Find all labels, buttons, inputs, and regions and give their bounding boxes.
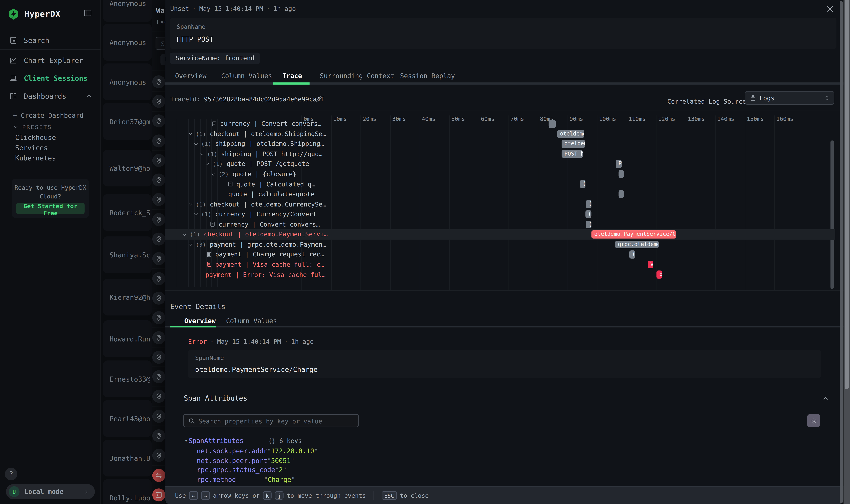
session-list-item[interactable]: Walton9@ho bbox=[103, 150, 152, 186]
app-logo[interactable]: HyperDX bbox=[8, 7, 94, 21]
attributes-root-node[interactable]: ▾ SpanAttributes {} 6 keys bbox=[185, 437, 302, 445]
attributes-search-input[interactable]: Search properties by key or value bbox=[183, 414, 359, 427]
tab-session-replay[interactable]: Session Replay bbox=[400, 72, 455, 80]
span-duration-bar[interactable]: ( bbox=[586, 220, 591, 228]
minimap-pin-button[interactable] bbox=[152, 174, 165, 186]
session-list-item[interactable]: Ernesto33@ bbox=[103, 360, 152, 397]
attribute-row[interactable]: rpc.grpc.status_code"2" bbox=[197, 466, 287, 474]
create-dashboard-button[interactable]: + Create Dashboard bbox=[13, 112, 84, 119]
trace-span-row[interactable]: currency | Convert convers… bbox=[165, 219, 835, 229]
minimap-pin-button[interactable] bbox=[152, 370, 165, 383]
sidebar-item-client-sessions[interactable]: Client Sessions bbox=[0, 72, 101, 84]
session-search-input[interactable]: Sea bbox=[156, 37, 165, 50]
minimap-pin-button[interactable] bbox=[152, 213, 165, 226]
span-duration-bar[interactable]: ( bbox=[580, 180, 585, 188]
trace-span-row[interactable]: quote | calculate-quote bbox=[165, 189, 835, 199]
attributes-settings-button[interactable] bbox=[807, 414, 820, 427]
tab-column-values[interactable]: Column Values bbox=[226, 317, 277, 325]
span-duration-bar[interactable]: oteldemo. bbox=[557, 130, 584, 138]
span-duration-bar[interactable]: P bbox=[616, 160, 622, 168]
edit-icon[interactable] bbox=[315, 95, 323, 102]
minimap-pin-button[interactable] bbox=[152, 390, 165, 403]
session-list-item[interactable]: Deion37@gm bbox=[103, 103, 152, 140]
minimap-pin-button[interactable] bbox=[152, 449, 165, 462]
span-duration-bar[interactable]: POST h bbox=[562, 150, 583, 158]
minimap-pin-button[interactable] bbox=[152, 410, 165, 423]
get-started-button[interactable]: Get Started for Free bbox=[16, 203, 85, 214]
span-duration-bar[interactable]: oteldemo.PaymentService/Char bbox=[592, 230, 676, 238]
minimap-pin-button[interactable] bbox=[152, 134, 165, 147]
trace-span-row[interactable]: (3)payment | grpc.oteldemo.Paymen… bbox=[165, 239, 835, 250]
span-duration-bar[interactable]: V bbox=[648, 260, 653, 268]
span-duration-bar[interactable] bbox=[618, 190, 623, 198]
tab-overview[interactable]: Overview bbox=[184, 317, 216, 325]
attribute-row[interactable]: net.sock.peer.port"50051" bbox=[197, 457, 294, 464]
span-duration-bar[interactable]: oteldemo bbox=[562, 140, 585, 148]
minimap-terminal-button[interactable] bbox=[152, 488, 165, 501]
span-duration-bar[interactable]: E bbox=[656, 271, 662, 278]
minimap-pin-button[interactable] bbox=[152, 114, 165, 128]
span-duration-bar[interactable] bbox=[618, 170, 623, 178]
trace-span-row[interactable]: (2)quote | {closure} bbox=[165, 169, 835, 179]
span-duration-bar[interactable]: ( bbox=[585, 210, 591, 218]
collapse-section-icon[interactable] bbox=[822, 395, 829, 402]
sidebar-item-search[interactable]: Search bbox=[0, 34, 101, 46]
span-duration-bar[interactable]: ( bbox=[586, 200, 591, 208]
sidebar-item-chart-explorer[interactable]: Chart Explorer bbox=[0, 54, 101, 66]
session-list-item[interactable]: Shaniya.Sc bbox=[103, 236, 152, 273]
session-list-item[interactable]: Dolly.Lubo bbox=[103, 479, 152, 504]
modal-scrollbar[interactable] bbox=[840, 1, 843, 503]
span-duration-bar[interactable]: grpc.oteldemo. bbox=[615, 240, 658, 248]
preset-item-services[interactable]: Services bbox=[15, 144, 48, 152]
trace-span-row[interactable]: (1)checkout | oteldemo.ShippingSe… bbox=[165, 129, 835, 139]
window-scrollbar[interactable] bbox=[844, 0, 850, 504]
minimap-pin-button[interactable] bbox=[152, 331, 165, 344]
sidebar-item-dashboards[interactable]: Dashboards bbox=[0, 90, 101, 102]
minimap-pin-button[interactable] bbox=[152, 351, 165, 364]
minimap-pin-button[interactable] bbox=[152, 292, 165, 305]
session-list-item[interactable]: Jonathan.B bbox=[103, 440, 152, 476]
trace-span-row[interactable]: payment | Charge request rec… bbox=[165, 249, 835, 259]
session-list-item[interactable]: Anonymous bbox=[103, 64, 152, 100]
minimap-pin-button[interactable] bbox=[152, 154, 165, 167]
preset-item-clickhouse[interactable]: Clickhouse bbox=[15, 133, 56, 142]
trace-span-row[interactable]: (1)checkout | oteldemo.PaymentServi… bbox=[165, 229, 835, 239]
close-icon[interactable] bbox=[826, 4, 835, 14]
trace-span-row[interactable]: payment | Error: Visa cache ful… bbox=[165, 270, 835, 280]
service-name-chip[interactable]: ServiceName: frontend bbox=[170, 53, 260, 64]
local-mode-menu[interactable]: U Local mode bbox=[6, 484, 95, 499]
session-list-item[interactable]: Roderick_S bbox=[103, 194, 152, 231]
session-filter-button[interactable]: H bbox=[160, 54, 165, 65]
session-list-item[interactable]: Anonymous bbox=[103, 0, 152, 22]
minimap-pin-button[interactable] bbox=[152, 95, 165, 108]
help-button[interactable]: ? bbox=[5, 468, 17, 480]
session-list-item[interactable]: Howard.Run bbox=[103, 320, 152, 357]
minimap-pin-button[interactable] bbox=[152, 193, 165, 206]
tab-trace[interactable]: Trace bbox=[282, 72, 302, 80]
trace-span-row[interactable]: payment | Visa cache full: c… bbox=[165, 259, 835, 270]
minimap-pin-button[interactable] bbox=[152, 252, 165, 265]
trace-span-row[interactable]: (1)checkout | oteldemo.CurrencySe… bbox=[165, 199, 835, 209]
tab-surrounding-context[interactable]: Surrounding Context bbox=[320, 72, 394, 80]
minimap-pin-button[interactable] bbox=[152, 429, 165, 443]
sidebar-collapse-icon[interactable] bbox=[83, 9, 93, 17]
span-duration-bar[interactable] bbox=[549, 120, 556, 128]
presets-header[interactable]: PRESETS bbox=[13, 124, 52, 130]
tab-overview[interactable]: Overview bbox=[175, 72, 206, 80]
attribute-row[interactable]: rpc.method"Charge" bbox=[197, 476, 295, 484]
trace-span-row[interactable]: (1)shipping | oteldemo.Shipping… bbox=[165, 139, 835, 149]
minimap-pin-button[interactable] bbox=[152, 75, 165, 88]
log-source-select[interactable]: Logs bbox=[745, 91, 834, 105]
trace-span-row[interactable]: (1)shipping | POST http://quo… bbox=[165, 149, 835, 159]
minimap-swap-button[interactable] bbox=[152, 469, 165, 482]
minimap-pin-button[interactable] bbox=[152, 272, 165, 285]
preset-item-kubernetes[interactable]: Kubernetes bbox=[15, 154, 56, 162]
session-list-item[interactable]: Pearl43@ho bbox=[103, 400, 152, 437]
session-list-item[interactable]: Anonymous bbox=[103, 24, 152, 61]
tab-column-values[interactable]: Column Values bbox=[221, 72, 272, 80]
trace-span-row[interactable]: (1)currency | Currency/Convert bbox=[165, 209, 835, 219]
trace-span-row[interactable]: quote | Calculated q… bbox=[165, 179, 835, 189]
trace-span-row[interactable]: currency | Convert convers… bbox=[165, 119, 835, 129]
scrollbar-thumb[interactable] bbox=[845, 0, 849, 389]
span-duration-bar[interactable]: ( bbox=[629, 251, 635, 258]
